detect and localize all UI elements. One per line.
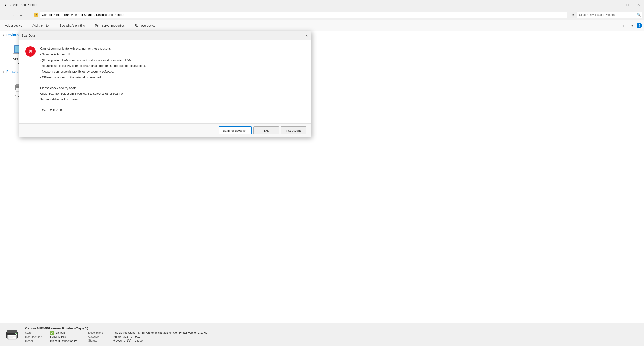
state-check-icon: ✅	[50, 331, 54, 335]
back-button[interactable]: ←	[2, 12, 9, 18]
dropdown-button[interactable]: ⌄	[18, 12, 24, 18]
description-row: Description: The Device Stage(TM) for Ca…	[88, 331, 208, 334]
dialog-body: ✕ Cannot communicate with scanner for th…	[19, 40, 311, 123]
add-printer-button[interactable]: Add a printer	[29, 21, 52, 30]
status-bar: Canon MB5400 series Printer (Copy 1) Sta…	[0, 323, 644, 346]
shell-icon: ⊕	[34, 12, 39, 18]
window-controls: ─ □ ✕	[611, 0, 644, 10]
svg-rect-16	[8, 336, 16, 337]
message-title: Cannot communicate with scanner for thes…	[40, 46, 146, 51]
dialog-titlebar: ScanGear ✕	[19, 31, 311, 40]
model-value: Inkjet Multifunction Pr...	[50, 339, 79, 343]
queue-status-label: Status:	[88, 339, 112, 342]
state-label: State:	[25, 331, 48, 335]
print-server-label: Print server properties	[95, 24, 125, 27]
status-device-name: Canon MB5400 series Printer (Copy 1)	[25, 326, 639, 330]
print-server-button[interactable]: Print server properties	[92, 21, 128, 30]
up-button[interactable]: ↑	[26, 12, 32, 18]
manufacturer-row: Manufacturer: CANON INC.	[25, 335, 79, 339]
search-input[interactable]	[577, 12, 642, 18]
manufacturer-value: CANON INC.	[50, 335, 67, 339]
breadcrumb-devices[interactable]: Devices and Printers	[96, 13, 124, 17]
category-value: Printer; Scanner; Fax	[113, 335, 140, 338]
instruction-1: Please check and try again.	[40, 86, 146, 91]
remove-device-label: Remove device	[135, 24, 156, 27]
svg-text:⊕: ⊕	[35, 14, 37, 16]
toolbar-separator-1	[27, 22, 28, 29]
see-printing-button[interactable]: See what's printing	[57, 21, 88, 30]
instruction-3: Scanner driver will be closed.	[40, 97, 146, 102]
navigation-bar: ← → ⌄ ↑ ⊕ Control Panel › Hardware and S…	[0, 10, 644, 20]
status-detail: State: ✅ Default Manufacturer: CANON INC…	[25, 331, 639, 343]
view-dropdown-button[interactable]: ▾	[629, 22, 636, 29]
toolbar-right: ⊞ ▾ ?	[621, 22, 642, 29]
add-device-button[interactable]: Add a device	[2, 21, 25, 30]
scangear-dialog: ScanGear ✕ ✕ Cannot communicate with sca…	[18, 31, 311, 137]
search-container: 🔍	[577, 12, 642, 18]
description-value: The Device Stage(TM) for Canon Inkjet Mu…	[113, 331, 208, 334]
scanner-selection-button[interactable]: Scanner Selection	[218, 126, 252, 134]
printers-toggle: ∨	[3, 70, 5, 73]
svg-rect-19	[8, 338, 16, 340]
window-icon: 🖨	[3, 3, 8, 7]
breadcrumb-control-panel[interactable]: Control Panel	[42, 13, 60, 17]
title-bar: 🖨 Devices and Printers ─ □ ✕	[0, 0, 644, 10]
see-printing-label: See what's printing	[60, 24, 85, 27]
model-label: Model:	[25, 339, 48, 343]
forward-button[interactable]: →	[10, 12, 17, 18]
search-icon: 🔍	[637, 13, 641, 17]
refresh-button[interactable]: ↻	[569, 12, 576, 18]
svg-rect-15	[8, 335, 14, 336]
instructions-button[interactable]: Instructions	[281, 126, 306, 134]
reason-5: - Different scanner on the network is se…	[40, 75, 146, 80]
status-printer-icon	[5, 327, 20, 342]
maximize-button[interactable]: □	[622, 0, 633, 10]
status-info: Canon MB5400 series Printer (Copy 1) Sta…	[25, 326, 639, 343]
remove-device-button[interactable]: Remove device	[132, 21, 158, 30]
exit-button[interactable]: Exit	[253, 126, 279, 134]
instruction-2: Click [Scanner Selection] if you want to…	[40, 91, 146, 96]
toolbar-separator-2	[54, 22, 55, 29]
svg-point-18	[15, 333, 17, 334]
model-row: Model: Inkjet Multifunction Pr...	[25, 339, 79, 343]
dialog-footer: Scanner Selection Exit Instructions	[19, 123, 311, 137]
status-row: Status: 0 document(s) in queue	[88, 339, 208, 342]
add-printer-label: Add a printer	[32, 24, 50, 27]
svg-rect-13	[7, 330, 17, 333]
category-label: Category:	[88, 335, 112, 338]
breadcrumb-sep-1: ›	[62, 14, 63, 16]
status-col-right: Description: The Device Stage(TM) for Ca…	[88, 331, 208, 343]
manufacturer-label: Manufacturer:	[25, 335, 48, 339]
reason-2: - (If using Wired LAN connection) It is …	[40, 58, 146, 63]
error-icon: ✕	[25, 46, 36, 57]
minimize-button[interactable]: ─	[611, 0, 622, 10]
breadcrumb-hardware[interactable]: Hardware and Sound	[64, 13, 92, 17]
state-value: Default	[56, 331, 65, 335]
breadcrumb[interactable]: Control Panel › Hardware and Sound › Dev…	[40, 12, 567, 18]
queue-status-value: 0 document(s) in queue	[113, 339, 142, 342]
error-code: Code:2,157,50	[42, 108, 146, 113]
state-row: State: ✅ Default	[25, 331, 79, 335]
dialog-error-row: ✕ Cannot communicate with scanner for th…	[25, 46, 304, 114]
view-options-button[interactable]: ⊞	[621, 22, 628, 29]
add-device-label: Add a device	[5, 24, 22, 27]
breadcrumb-sep-2: ›	[94, 14, 95, 16]
reason-1: - Scanner is turned off.	[40, 52, 146, 57]
dialog-title: ScanGear	[22, 34, 35, 37]
description-label: Description:	[88, 331, 112, 334]
devices-toggle: ∨	[3, 33, 5, 37]
status-col-left: State: ✅ Default Manufacturer: CANON INC…	[25, 331, 79, 343]
category-row: Category: Printer; Scanner; Fax	[88, 335, 208, 338]
toolbar: Add a device Add a printer See what's pr…	[0, 20, 644, 31]
reason-3: - (If using wireless LAN connection) Sig…	[40, 64, 146, 68]
close-button[interactable]: ✕	[633, 0, 644, 10]
window-title: Devices and Printers	[9, 3, 641, 7]
toolbar-separator-4	[130, 22, 130, 29]
dialog-message: Cannot communicate with scanner for thes…	[40, 46, 146, 114]
reason-4: - Network connection is prohibited by se…	[40, 69, 146, 74]
dialog-close-button[interactable]: ✕	[303, 32, 310, 39]
help-button[interactable]: ?	[636, 23, 642, 28]
